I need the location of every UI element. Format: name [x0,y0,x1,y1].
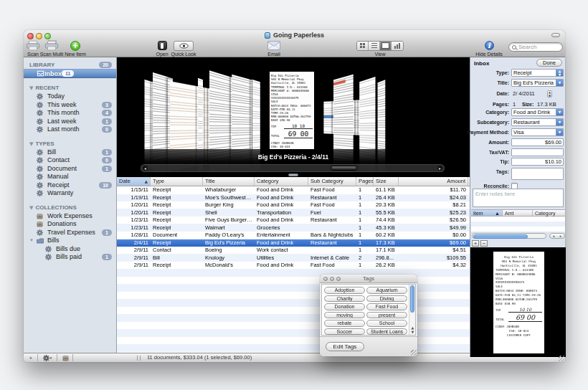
payment-method-combo[interactable]: Visa ▼ [511,128,564,136]
sidebar-item-inbox[interactable]: Inbox 11 [24,69,116,78]
zoom-button[interactable] [336,277,341,281]
coverflow-scrollbar[interactable]: ◂ ▸ [141,164,445,172]
sidebar-item-document[interactable]: Document1 [24,165,116,173]
table-row[interactable]: 1/28/11DocumentPaddy O'Leary'sEntertainm… [117,232,470,239]
sidebar-item-this-week[interactable]: This week3 [24,101,116,110]
table-row[interactable]: 1/19/11ReceiptMoe's Southwest GrillFood … [117,194,470,202]
view-chart-button[interactable] [392,42,403,50]
tag-button-fast-food[interactable]: Fast Food [366,303,407,310]
column-header-amount[interactable]: Amount [399,177,468,186]
statusbar-grip[interactable] [137,356,141,361]
add-button[interactable]: + [27,353,35,362]
tax-vat-field[interactable] [511,148,564,156]
tags-scroll-thumb[interactable] [410,285,414,313]
done-button[interactable]: Done [536,59,562,67]
email-button[interactable]: Email [263,40,285,57]
add-line-item-button[interactable]: + [472,240,479,247]
disclosure-triangle-icon[interactable]: ▼ [29,84,33,92]
type-popup[interactable]: Receipt ▲▼ [511,69,564,77]
close-button[interactable] [323,277,328,281]
sidebar-item-today[interactable]: Today [24,92,116,101]
items-hscroll-buttons[interactable]: ◂▸ [549,233,565,239]
table-row[interactable]: 2/9/11ContactBoeingWork contact117.1 KB$… [117,247,470,255]
tag-button-present[interactable]: present [366,312,407,319]
toolbar-toggle-button[interactable] [551,33,560,37]
disclosure-triangle-icon[interactable]: ▼ [29,204,33,212]
category-combo[interactable]: Food and Drink ▼ [511,108,564,116]
sidebar-item-bills-paid[interactable]: Bills paid1 [24,253,116,262]
sidebar-item-bills-due[interactable]: Bills due [24,245,116,254]
table-row[interactable]: 1/15/11ReceiptWhataburgerFood and DrinkF… [117,186,470,194]
scan-multi-button[interactable]: Scan Multi [39,40,64,57]
sidebar-item-last-month[interactable]: Last month0 [24,125,116,134]
view-grid-button[interactable] [357,42,369,50]
title-combo[interactable]: Big Ed's Pizzeria ▼ [511,79,564,87]
tag-button-charity[interactable]: Charity [324,295,365,303]
sidebar-item-bill[interactable]: Bill1 [24,148,116,157]
column-header-sub-category[interactable]: Sub Category [308,177,356,186]
items-hscrollbar[interactable] [472,233,546,239]
table-row[interactable]: 2/4/11ReceiptBig Ed's PizzeriaFood and D… [117,239,470,247]
scroll-right-icon[interactable]: ▸ [437,166,442,171]
items-col-item[interactable]: Item▲ [471,210,503,216]
tag-button-soccer[interactable]: Soccer [324,328,365,336]
sidebar-item-last-week[interactable]: Last week1 [24,118,116,126]
sidebar-item-bills[interactable]: ▼Bills [24,237,116,245]
table-row[interactable]: 1/20/11ReceiptBurger KingFood and DrinkF… [117,201,470,209]
tags-resize-grip[interactable] [411,350,417,356]
new-item-button[interactable]: + New Item [64,40,87,57]
sidebar-item-manual[interactable]: Manual [24,173,116,181]
notes-field[interactable]: Enter notes here [473,189,564,207]
archive-button[interactable] [60,353,70,362]
view-coverflow-button[interactable] [380,42,392,50]
column-header-size[interactable]: Size [374,177,399,186]
coverflow-selected-document[interactable]: Big Eds Pizzeria903 N Memorial PkwyHunts… [270,72,314,149]
quick-look-button[interactable]: Quick Look [169,40,198,57]
remove-line-item-button[interactable]: − [480,240,488,247]
disclosure-triangle-icon[interactable]: ▼ [29,140,33,148]
action-menu-button[interactable]: ▾ [41,353,54,362]
minimize-button[interactable] [330,277,334,281]
items-col-category[interactable]: Category [533,210,565,216]
amount-field[interactable]: $69.00 [511,138,564,146]
scroll-right-icon[interactable]: ▸ [560,234,562,238]
table-row[interactable]: 1/23/11ReceiptFive Guys Burgers...Food a… [117,217,470,224]
tip-field[interactable]: $10.10 [511,158,564,166]
splitter-handle[interactable] [288,173,298,176]
table-row[interactable]: 2/9/11ReceiptMcDonald'sFood and DrinkFas… [117,262,470,270]
table-row[interactable]: 2/9/11BillKnologyUtilitiesInternet & Cab… [117,255,470,262]
tag-button-adoption[interactable]: Adoption [324,287,365,294]
disclosure-triangle-icon[interactable]: ▼ [29,237,37,245]
subcategory-combo[interactable]: Restaurant ▼ [511,118,564,126]
tag-button-diving[interactable]: Diving [366,295,407,303]
column-header-title[interactable]: Title [203,177,255,186]
scroll-left-icon[interactable]: ◂ [143,166,148,171]
sidebar-item-work-expenses[interactable]: Work Expenses [24,212,116,221]
scroll-left-icon[interactable]: ◂ [553,234,555,238]
tags-field[interactable] [511,168,564,180]
search-input[interactable]: Search [508,42,563,52]
tag-button-donation[interactable]: Donation [324,303,365,310]
sidebar-item-contact[interactable]: Contact0 [24,156,116,165]
tag-button-moving[interactable]: moving [324,312,365,319]
tag-button-aquarium[interactable]: Aquarium [366,287,407,294]
column-header-type[interactable]: Type [151,177,203,186]
items-col-amt[interactable]: Amt [503,210,533,216]
sidebar-item-receipt[interactable]: Receipt10 [24,181,116,190]
table-row[interactable]: 1/23/11ReceiptWalmartGroceries145.3 KB$4… [117,224,470,232]
tag-button-rebate[interactable]: rebate [324,320,365,327]
window-resize-grip[interactable] [559,356,564,361]
coverflow-scroll-thumb[interactable] [331,166,357,171]
table-row[interactable]: 1/20/11ReceiptShellTransportationFuel155… [117,209,470,217]
column-header-category[interactable]: Category [255,177,308,186]
date-value[interactable]: 2/ 4/2011 [513,90,535,98]
view-list-button[interactable] [369,42,380,50]
tags-scrollbar[interactable]: ▲ ▼ [409,285,415,335]
tag-button-student-loans[interactable]: Student Loans [366,328,407,336]
scroll-down-icon[interactable]: ▼ [409,330,416,334]
column-header-date[interactable]: Date▲ [117,177,151,186]
sidebar-item-travel-expenses[interactable]: Travel Expenses1 [24,229,116,237]
column-header-pages[interactable]: Pages [356,177,374,186]
sidebar-item-warranty[interactable]: Warranty [24,189,116,198]
hide-details-button[interactable]: i Hide Details [475,40,503,57]
